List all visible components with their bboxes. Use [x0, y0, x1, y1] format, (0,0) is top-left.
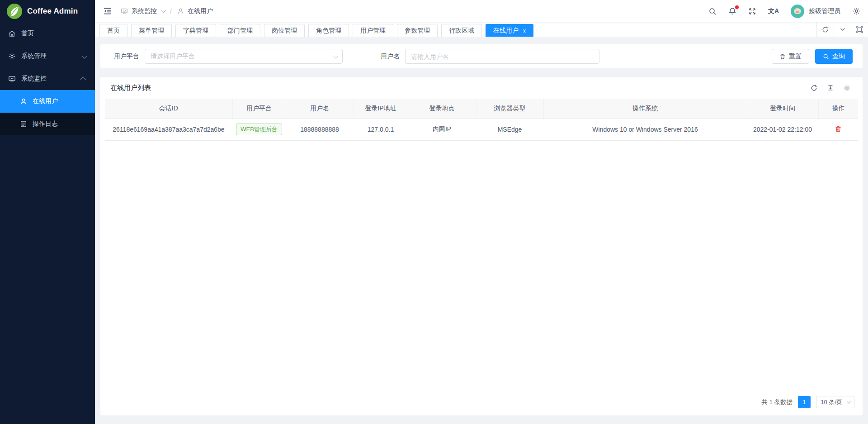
sidebar-submenu: 在线用户 操作日志 — [0, 90, 95, 135]
tab-label: 字典管理 — [183, 27, 208, 35]
breadcrumb-separator: / — [170, 8, 172, 15]
breadcrumb-parent[interactable]: 系统监控 — [132, 7, 157, 15]
cell-login-time: 2022-01-02 22:12:00 — [747, 119, 818, 140]
platform-label: 用户平台 — [114, 52, 139, 61]
sidebar-item-system-management[interactable]: 系统管理 — [0, 45, 95, 67]
tab-home[interactable]: 首页 — [99, 24, 127, 37]
maximize-content-icon[interactable] — [851, 22, 868, 37]
page-size-value: 10 条/页 — [821, 398, 842, 406]
notification-badge — [735, 5, 739, 9]
search-button-label: 查询 — [832, 52, 845, 61]
search-button[interactable]: 查询 — [815, 49, 853, 64]
cell-browser: MSEdge — [476, 119, 543, 140]
col-session-id: 会话ID — [105, 99, 232, 119]
home-icon — [8, 30, 16, 38]
cell-login-location: 内网IP — [408, 119, 476, 140]
leaf-logo-icon — [6, 3, 23, 19]
username-input[interactable] — [405, 49, 599, 64]
page-1-button[interactable]: 1 — [798, 396, 811, 408]
tab-department-management[interactable]: 部门管理 — [220, 24, 260, 37]
tab-online-user[interactable]: 在线用户 x — [486, 24, 533, 37]
tab-label: 用户管理 — [360, 27, 386, 35]
platform-tag: WEB管理后台 — [236, 124, 282, 135]
sidebar-item-online-user[interactable]: 在线用户 — [0, 90, 95, 113]
card-header: 在线用户列表 — [100, 77, 863, 99]
tab-label: 菜单管理 — [139, 27, 164, 35]
user-name: 超级管理员 — [809, 7, 840, 15]
person-icon — [20, 98, 27, 105]
gear-icon — [8, 52, 16, 60]
tab-label: 行政区域 — [449, 27, 474, 35]
tab-menu-management[interactable]: 菜单管理 — [131, 24, 172, 37]
username-label: 用户名 — [381, 52, 400, 61]
sidebar-item-label: 首页 — [21, 29, 86, 38]
sidebar-item-label: 系统管理 — [21, 52, 76, 60]
row-density-icon[interactable] — [827, 84, 834, 91]
monitor-icon — [8, 75, 16, 83]
sidebar-item-label: 操作日志 — [33, 120, 58, 128]
reset-button[interactable]: 重置 — [772, 49, 809, 64]
tab-label: 参数管理 — [405, 27, 430, 35]
col-username: 用户名 — [286, 99, 354, 119]
user-menu[interactable]: 超级管理员 — [791, 5, 840, 18]
sidebar-item-home[interactable]: 首页 — [0, 22, 95, 45]
filter-card: 用户平台 请选择用户平台 用户名 重置 — [100, 44, 863, 68]
search-icon[interactable] — [708, 7, 717, 15]
header-actions: 文A 超级管理员 — [708, 5, 861, 18]
cell-actions — [818, 119, 858, 140]
sidebar-item-system-monitor[interactable]: 系统监控 — [0, 67, 95, 90]
online-user-list-card: 在线用户列表 — [100, 77, 863, 415]
notifications-bell-icon[interactable] — [728, 7, 736, 15]
monitor-icon — [121, 8, 128, 15]
chevron-down-icon — [161, 8, 166, 13]
refresh-icon[interactable] — [810, 84, 818, 92]
tabs-dropdown-icon[interactable] — [834, 22, 851, 37]
top-header: 系统监控 / 在线用户 文A — [95, 0, 868, 22]
tab-user-management[interactable]: 用户管理 — [353, 24, 393, 37]
log-icon — [20, 120, 27, 128]
collapse-sidebar-icon[interactable] — [103, 7, 112, 15]
online-user-table: 会话ID 用户平台 用户名 登录IP地址 登录地点 浏览器类型 操作系统 登录时… — [100, 99, 863, 141]
content-area: 用户平台 请选择用户平台 用户名 重置 — [95, 37, 868, 424]
cell-os: Windows 10 or Windows Server 2016 — [543, 119, 747, 140]
col-platform: 用户平台 — [232, 99, 286, 119]
avatar — [791, 5, 804, 18]
chevron-down-icon — [333, 53, 338, 58]
settings-gear-icon[interactable] — [852, 7, 861, 15]
col-login-ip: 登录IP地址 — [354, 99, 408, 119]
tab-label: 在线用户 — [493, 27, 519, 35]
tab-label: 部门管理 — [227, 27, 253, 35]
close-tab-icon[interactable]: x — [523, 28, 526, 34]
tab-bar: 首页 菜单管理 字典管理 部门管理 岗位管理 角色管理 用户管理 参数管理 行政… — [95, 22, 868, 37]
card-title: 在线用户列表 — [110, 84, 151, 92]
chevron-up-icon — [80, 76, 86, 82]
tab-controls — [816, 22, 868, 37]
tab-dictionary-management[interactable]: 字典管理 — [175, 24, 216, 37]
col-browser: 浏览器类型 — [476, 99, 543, 119]
refresh-tabs-icon[interactable] — [816, 22, 834, 37]
fullscreen-icon[interactable] — [748, 7, 756, 15]
tab-label: 岗位管理 — [272, 27, 297, 35]
tab-post-management[interactable]: 岗位管理 — [264, 24, 305, 37]
reset-button-label: 重置 — [789, 52, 802, 61]
column-settings-gear-icon[interactable] — [843, 84, 851, 92]
page-size-select[interactable]: 10 条/页 — [816, 396, 854, 408]
tab-label: 角色管理 — [316, 27, 341, 35]
sidebar-item-label: 系统监控 — [21, 75, 76, 83]
tab-parameter-management[interactable]: 参数管理 — [397, 24, 438, 37]
delete-session-icon[interactable] — [835, 125, 842, 133]
table-row: 26118e6169aa41a387aa3ca7a7d2a6be WEB管理后台… — [105, 119, 858, 140]
platform-select[interactable]: 请选择用户平台 — [145, 49, 343, 64]
trash-icon — [779, 53, 786, 60]
pagination-total: 共 1 条数据 — [761, 398, 793, 406]
chevron-down-icon — [82, 52, 88, 58]
tab-administrative-region[interactable]: 行政区域 — [441, 24, 482, 37]
main-area: 系统监控 / 在线用户 文A — [95, 0, 868, 424]
translate-icon[interactable]: 文A — [768, 7, 779, 15]
cell-session-id: 26118e6169aa41a387aa3ca7a7d2a6be — [105, 119, 232, 140]
tab-label: 首页 — [107, 27, 120, 35]
search-icon — [823, 53, 829, 60]
app-root: Coffee Admin 首页 系统管理 系统监控 — [0, 0, 868, 424]
sidebar-item-operation-log[interactable]: 操作日志 — [0, 113, 95, 135]
tab-role-management[interactable]: 角色管理 — [308, 24, 349, 37]
